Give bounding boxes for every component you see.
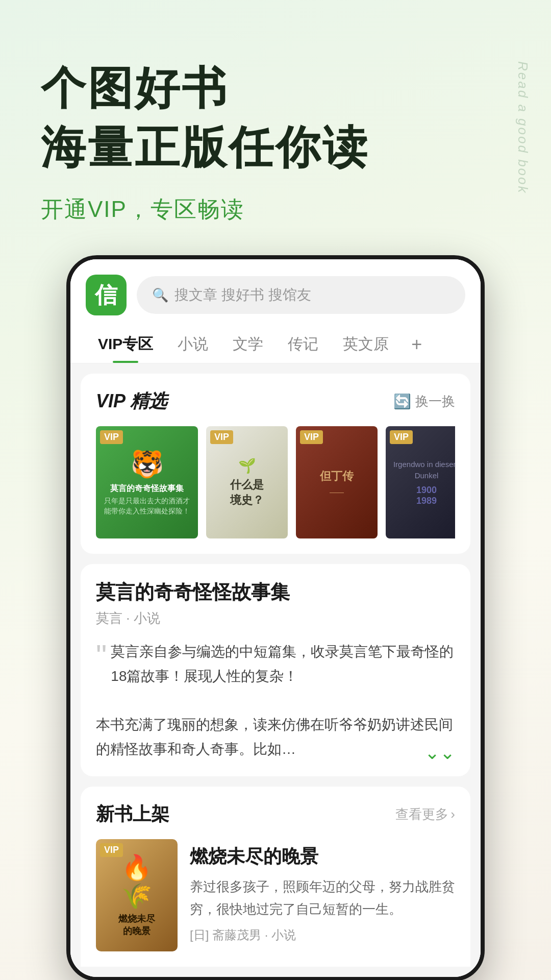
chevron-right-icon: ›: [450, 806, 455, 822]
new-book-info-1: 燃烧未尽的晚景 养过很多孩子，照顾年迈的父母，努力战胜贫穷，很快地过完了自己短暂…: [190, 839, 455, 943]
vip-book-3[interactable]: VIP 但丁传 ——: [296, 426, 378, 538]
app-logo[interactable]: 信: [86, 275, 127, 315]
see-more-label: 查看更多: [395, 805, 448, 823]
new-book-title-1: 燃烧未尽的晚景: [190, 844, 455, 869]
tab-novel[interactable]: 小说: [165, 326, 220, 363]
hero-title-line1: 个图好书: [41, 61, 510, 115]
book-detail-meta: 莫言 · 小说: [96, 609, 455, 627]
new-book-cover-title: 燃烧未尽的晚景: [118, 913, 155, 937]
vip-badge-2: VIP: [210, 430, 233, 444]
nav-more-button[interactable]: +: [406, 329, 427, 360]
quote-mark: ": [96, 644, 107, 668]
book-detail-title: 莫言的奇奇怪怪故事集: [96, 579, 455, 605]
content-area: VIP 精选 🔄 换一换 VIP 🐯 莫言的奇: [70, 363, 481, 977]
refresh-label: 换一换: [415, 393, 455, 410]
vip-badge-4: VIP: [390, 430, 413, 444]
vip-book-4[interactable]: VIP Irgendwo in diesem Dunkel 19001989: [386, 426, 455, 538]
vip-section-title: VIP 精选: [96, 389, 167, 414]
phone-inner: 信 🔍 搜文章 搜好书 搜馆友 VIP专区 小说 文学: [70, 259, 481, 977]
hero-vip-text: 开通VIP，专区畅读: [41, 194, 510, 225]
book-desc-line2: 本书充满了瑰丽的想象，读来仿佛在听爷爷奶奶讲述民间的精怪故事和奇人奇事。比如…: [96, 717, 453, 757]
vip-book-2[interactable]: VIP 🌱 什么是境史？: [206, 426, 288, 538]
book-desc-line1: 莫言亲自参与编选的中短篇集，收录莫言笔下最奇怪的18篇故事！展现人性的复杂！: [111, 644, 454, 684]
hero-section: 个图好书 海量正版任你读 开通VIP，专区畅读 Read a good book: [0, 0, 551, 255]
book-description: " 莫言亲自参与编选的中短篇集，收录莫言笔下最奇怪的18篇故事！展现人性的复杂！…: [96, 640, 455, 761]
new-book-desc-1: 养过很多孩子，照顾年迈的父母，努力战胜贫穷，很快地过完了自己短暂的一生。: [190, 875, 455, 920]
new-book-cover-1: VIP 🔥🌾 燃烧未尽的晚景: [96, 839, 178, 951]
tab-literature[interactable]: 文学: [220, 326, 276, 363]
fire-decoration: 🔥🌾: [121, 853, 152, 911]
new-book-vip-badge: VIP: [100, 843, 123, 857]
hero-title-line2: 海量正版任你读: [41, 120, 510, 175]
new-books-section: 新书上架 查看更多 › VIP 🔥🌾 燃烧未尽的晚景: [81, 787, 470, 967]
app-header: 信 🔍 搜文章 搜好书 搜馆友: [70, 259, 481, 315]
refresh-icon: 🔄: [393, 393, 411, 410]
new-books-title: 新书上架: [96, 802, 169, 827]
vip-badge-3: VIP: [300, 430, 323, 444]
tab-vip[interactable]: VIP专区: [86, 326, 165, 363]
hero-side-text: Read a good book: [515, 61, 531, 194]
vip-badge-1: VIP: [100, 430, 123, 444]
tab-biography[interactable]: 传记: [276, 326, 331, 363]
expand-icon[interactable]: ⌄⌄: [424, 737, 455, 768]
book-detail-card: 莫言的奇奇怪怪故事集 莫言 · 小说 " 莫言亲自参与编选的中短篇集，收录莫言笔…: [81, 564, 470, 776]
logo-character: 信: [95, 280, 117, 310]
vip-books-row: VIP 🐯 莫言的奇奇怪故事集 只年是只最出去大的酒酒才能带你走入性深幽处探险！…: [96, 426, 455, 538]
tab-english[interactable]: 英文原: [331, 326, 401, 363]
vip-section-header: VIP 精选 🔄 换一换: [96, 389, 455, 414]
vip-book-1[interactable]: VIP 🐯 莫言的奇奇怪故事集 只年是只最出去大的酒酒才能带你走入性深幽处探险！: [96, 426, 198, 538]
new-book-author-1: [日] 斋藤茂男 · 小说: [190, 927, 455, 943]
search-placeholder-text: 搜文章 搜好书 搜馆友: [174, 285, 311, 305]
phone-wrapper: 信 🔍 搜文章 搜好书 搜馆友 VIP专区 小说 文学: [0, 255, 551, 980]
vip-section: VIP 精选 🔄 换一换 VIP 🐯 莫言的奇: [81, 374, 470, 554]
search-icon: 🔍: [152, 287, 168, 303]
new-books-header: 新书上架 查看更多 ›: [96, 802, 455, 827]
see-more-button[interactable]: 查看更多 ›: [395, 805, 455, 823]
search-bar[interactable]: 🔍 搜文章 搜好书 搜馆友: [137, 276, 465, 314]
nav-tabs: VIP专区 小说 文学 传记 英文原 +: [70, 315, 481, 363]
phone-frame: 信 🔍 搜文章 搜好书 搜馆友 VIP专区 小说 文学: [66, 255, 485, 980]
refresh-button[interactable]: 🔄 换一换: [393, 393, 455, 410]
new-book-item-1[interactable]: VIP 🔥🌾 燃烧未尽的晚景 燃烧未尽的晚景 养过很多孩子，照顾年迈的父母，努力…: [96, 839, 455, 951]
